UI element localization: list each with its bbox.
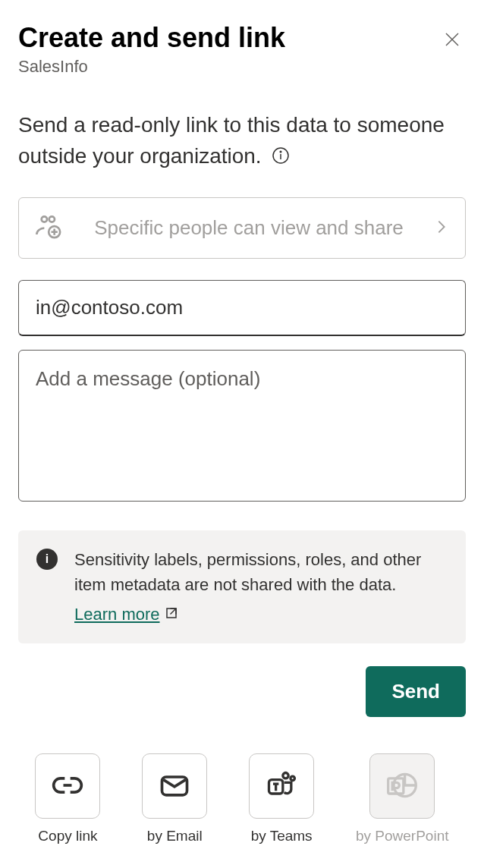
- svg-point-6: [49, 217, 55, 222]
- dialog-description: Send a read-only link to this data to so…: [18, 113, 445, 168]
- permission-selector[interactable]: Specific people can view and share: [18, 197, 466, 259]
- close-icon: [443, 39, 461, 51]
- dialog-subtitle: SalesInfo: [18, 57, 285, 77]
- info-icon[interactable]: [272, 146, 290, 165]
- by-teams-label: by Teams: [251, 828, 313, 844]
- by-email-label: by Email: [147, 828, 203, 844]
- dialog-title: Create and send link: [18, 21, 285, 54]
- info-badge-icon: i: [36, 549, 58, 570]
- info-banner: i Sensitivity labels, permissions, roles…: [18, 530, 466, 643]
- close-button[interactable]: [438, 26, 466, 55]
- by-powerpoint-label: by PowerPoint: [356, 828, 449, 844]
- external-link-icon: [165, 602, 178, 627]
- link-icon: [51, 769, 84, 804]
- message-input[interactable]: [18, 350, 466, 502]
- svg-point-16: [283, 772, 288, 778]
- teams-icon: [265, 769, 298, 804]
- svg-line-11: [170, 609, 176, 615]
- learn-more-link[interactable]: Learn more: [74, 602, 178, 627]
- send-button[interactable]: Send: [366, 666, 466, 717]
- people-icon: [34, 212, 64, 244]
- svg-point-4: [281, 152, 282, 153]
- chevron-right-icon: [433, 219, 450, 237]
- powerpoint-icon: [385, 769, 419, 804]
- info-banner-text: Sensitivity labels, permissions, roles, …: [74, 550, 421, 594]
- svg-point-5: [42, 217, 47, 222]
- copy-link-label: Copy link: [38, 828, 97, 844]
- by-teams-action[interactable]: by Teams: [249, 753, 314, 844]
- by-email-action[interactable]: by Email: [142, 753, 207, 844]
- recipient-input[interactable]: [18, 280, 466, 336]
- copy-link-action[interactable]: Copy link: [35, 753, 100, 844]
- email-icon: [158, 769, 191, 804]
- by-powerpoint-action: by PowerPoint: [356, 753, 449, 844]
- learn-more-label: Learn more: [74, 602, 160, 627]
- permission-label: Specific people can view and share: [80, 215, 418, 241]
- svg-point-17: [291, 776, 295, 781]
